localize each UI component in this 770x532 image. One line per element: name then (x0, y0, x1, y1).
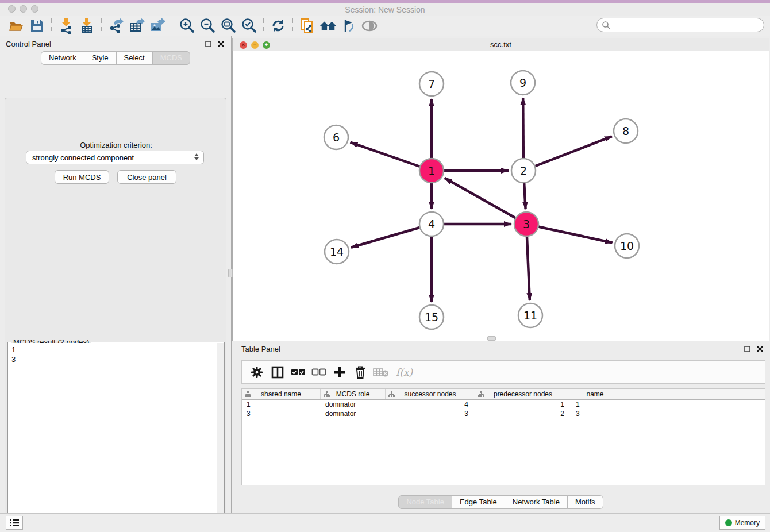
network-view-window: × − + scc.txt 1234678910111415 (232, 36, 770, 341)
memory-button[interactable]: Memory (719, 516, 765, 530)
refresh-icon[interactable] (270, 18, 287, 34)
search-input[interactable] (611, 20, 764, 31)
cell-predecessor-nodes[interactable]: 2 (475, 409, 571, 418)
float-panel-icon[interactable] (203, 39, 213, 48)
column-header-predecessor-nodes[interactable]: predecessor nodes (475, 389, 571, 399)
cell-successor-nodes[interactable]: 4 (386, 400, 475, 409)
clone-network-icon[interactable] (299, 18, 316, 34)
edge-2-8[interactable] (523, 136, 612, 171)
edge-3-10[interactable] (526, 224, 613, 242)
cell-shared-name[interactable]: 3 (242, 409, 321, 418)
table-panel-title: Table Panel (241, 345, 739, 353)
cell-MCDS-role[interactable]: dominator (321, 400, 386, 409)
svg-text:2: 2 (520, 164, 527, 177)
node-2[interactable]: 2 (511, 159, 536, 183)
network-window-titlebar[interactable]: × − + scc.txt (232, 38, 769, 51)
delete-column-trash-icon[interactable] (350, 364, 371, 381)
tab-style[interactable]: Style (84, 51, 117, 65)
deselect-all-checkboxes-icon[interactable] (309, 364, 329, 381)
toolbar-separator (101, 18, 102, 33)
network-graph[interactable]: 1234678910111415 (233, 51, 770, 341)
close-panel-icon[interactable] (755, 344, 764, 353)
show-graphics-details-eye-icon[interactable] (361, 18, 378, 34)
save-session-icon[interactable] (28, 18, 45, 34)
node-4[interactable]: 4 (419, 212, 444, 236)
tab-mcds[interactable]: MCDS (152, 51, 190, 65)
minimize-network-button[interactable]: − (251, 41, 259, 49)
cell-successor-nodes[interactable]: 3 (386, 409, 475, 418)
svg-text:8: 8 (622, 125, 629, 137)
cell-shared-name[interactable]: 1 (242, 400, 321, 409)
column-settings-gear-icon[interactable] (247, 364, 267, 381)
column-header-name[interactable]: name (571, 389, 619, 399)
node-9[interactable]: 9 (511, 71, 535, 95)
close-network-button[interactable]: × (240, 41, 247, 49)
tab-edge-table[interactable]: Edge Table (452, 495, 505, 509)
zoom-selected-icon[interactable] (240, 18, 257, 34)
tab-motifs[interactable]: Motifs (567, 495, 603, 509)
toolbar-separator (51, 18, 52, 33)
node-6[interactable]: 6 (324, 125, 348, 149)
zoom-fit-icon[interactable] (220, 18, 237, 34)
home-icon[interactable] (319, 18, 337, 34)
float-panel-icon[interactable] (742, 344, 752, 353)
open-session-icon[interactable] (7, 18, 25, 34)
close-window-button[interactable] (8, 5, 16, 13)
annotation-icon[interactable] (340, 18, 357, 34)
node-14[interactable]: 14 (325, 240, 349, 264)
export-table-icon[interactable] (128, 18, 145, 34)
edge-1-6[interactable] (351, 142, 432, 171)
import-network-icon[interactable] (57, 18, 75, 34)
maximize-window-button[interactable] (31, 5, 38, 13)
toolbar-separator (172, 18, 172, 33)
minimize-window-button[interactable] (20, 5, 27, 13)
column-header-successor-nodes[interactable]: successor nodes (386, 389, 475, 399)
close-panel-button[interactable]: Close panel (117, 170, 176, 184)
maximize-network-button[interactable]: + (263, 41, 270, 49)
tab-node-table[interactable]: Node Table (398, 495, 452, 509)
control-panel: Control Panel NetworkStyleSelectMCDS Opt… (0, 36, 232, 513)
edge-3-1[interactable] (445, 178, 526, 224)
split-panel-icon[interactable] (267, 364, 288, 381)
import-table-icon[interactable] (78, 18, 95, 34)
close-panel-icon[interactable] (216, 39, 225, 48)
cell-predecessor-nodes[interactable]: 1 (475, 400, 571, 409)
node-8[interactable]: 8 (614, 119, 638, 143)
table-row[interactable]: 3dominator323 (242, 409, 765, 418)
cell-name[interactable]: 1 (571, 400, 619, 409)
node-3[interactable]: 3 (514, 212, 538, 236)
tab-network-table[interactable]: Network Table (505, 495, 568, 509)
export-network-icon[interactable] (107, 18, 125, 34)
column-header-MCDS-role[interactable]: MCDS role (321, 389, 386, 399)
column-header-shared-name[interactable]: shared name (242, 389, 321, 399)
add-column-icon[interactable] (329, 364, 350, 381)
zoom-out-icon[interactable] (199, 18, 216, 34)
network-canvas[interactable]: 1234678910111415 (232, 51, 769, 341)
svg-text:10: 10 (620, 240, 634, 252)
result-scrollbar[interactable] (217, 343, 224, 532)
delete-table-icon (371, 364, 391, 381)
table-body: 1dominator4113dominator323 (242, 400, 765, 418)
vertical-splitter-grip[interactable] (228, 269, 233, 277)
task-history-button[interactable] (6, 516, 23, 530)
node-11[interactable]: 11 (518, 303, 542, 327)
select-all-checkboxes-icon[interactable] (288, 364, 309, 381)
cell-name[interactable]: 3 (571, 409, 619, 418)
memory-label: Memory (735, 519, 760, 527)
run-mcds-button[interactable]: Run MCDS (55, 170, 109, 184)
tab-select[interactable]: Select (116, 51, 153, 65)
horizontal-splitter-grip[interactable] (487, 336, 496, 341)
svg-text:1: 1 (428, 164, 435, 177)
node-table[interactable]: shared nameMCDS rolesuccessor nodesprede… (241, 388, 765, 485)
export-image-icon[interactable] (149, 18, 166, 34)
node-10[interactable]: 10 (615, 234, 639, 258)
zoom-in-icon[interactable] (178, 18, 195, 34)
tab-network[interactable]: Network (41, 51, 84, 65)
cell-MCDS-role[interactable]: dominator (321, 409, 386, 418)
search-box[interactable] (596, 18, 764, 32)
optimization-criterion-select[interactable]: strongly connected component (26, 151, 204, 164)
node-15[interactable]: 15 (419, 305, 444, 329)
table-row[interactable]: 1dominator411 (242, 400, 765, 409)
node-7[interactable]: 7 (419, 72, 444, 96)
node-1[interactable]: 1 (419, 159, 444, 183)
